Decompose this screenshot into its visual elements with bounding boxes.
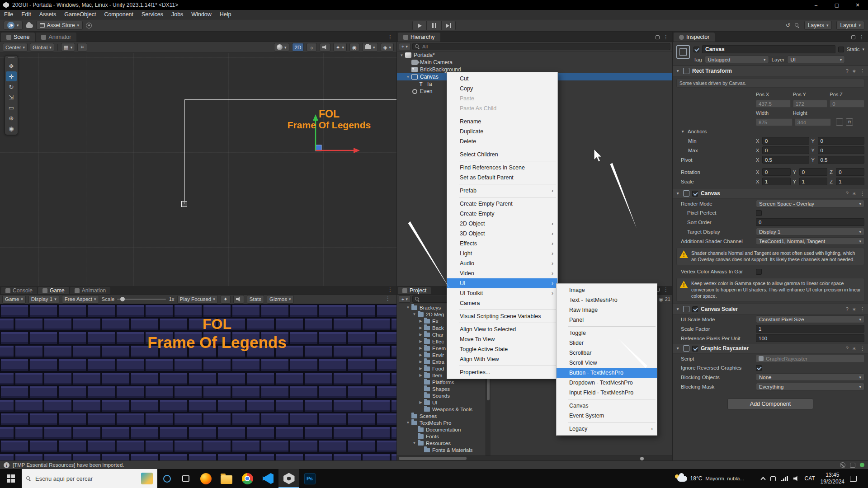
anchor-max-x-field[interactable]: 0 bbox=[762, 146, 809, 154]
blocking-mask-dropdown[interactable]: Everything▾ bbox=[756, 383, 864, 390]
context-menu-item[interactable]: Properties... bbox=[447, 367, 557, 377]
create-object-button[interactable]: +▾ bbox=[399, 43, 410, 50]
foldout-icon[interactable]: ▶ bbox=[418, 319, 424, 323]
posy-field[interactable]: 172 bbox=[793, 100, 828, 108]
submenu-item[interactable]: Legacy › bbox=[557, 424, 657, 434]
context-menu-item[interactable]: Cut bbox=[447, 74, 557, 84]
submenu-item[interactable]: Toggle bbox=[557, 328, 657, 338]
project-folder[interactable]: ▼ Resources bbox=[397, 440, 486, 446]
custom-tool-button[interactable]: ◉ bbox=[6, 123, 17, 133]
static-checkbox[interactable] bbox=[838, 47, 844, 52]
width-field[interactable]: 875 bbox=[756, 118, 793, 126]
console-icon[interactable] bbox=[850, 463, 855, 468]
foldout-icon[interactable]: ▶ bbox=[418, 366, 424, 371]
preset-icon[interactable]: ∗ bbox=[852, 191, 856, 197]
action-center-icon[interactable] bbox=[850, 476, 857, 482]
play-focused-dropdown[interactable]: Play Focused▾ bbox=[177, 295, 218, 304]
render-mode-dropdown[interactable]: Screen Space - Overlay▾ bbox=[756, 200, 864, 207]
context-menu-item[interactable]: Align View to Selected bbox=[447, 324, 557, 334]
add-component-button[interactable]: Add Component bbox=[727, 399, 813, 409]
tab[interactable]: Animator bbox=[36, 33, 76, 42]
scene-audio-button[interactable] bbox=[320, 43, 330, 52]
context-menu-item[interactable]: Audio › bbox=[447, 258, 557, 268]
language-indicator[interactable]: CAT bbox=[805, 475, 815, 482]
menu-item[interactable]: GameObject bbox=[60, 10, 100, 19]
more-icon[interactable]: ⋮ bbox=[387, 34, 393, 40]
more-icon[interactable]: ⋮ bbox=[385, 296, 391, 302]
game-view-dropdown[interactable]: Game▾ bbox=[2, 295, 26, 304]
pause-button[interactable] bbox=[427, 21, 441, 30]
more-icon[interactable]: ⋮ bbox=[663, 34, 669, 40]
status-message[interactable]: [TMP Essential Resources] have been impo… bbox=[13, 462, 124, 468]
submenu-item[interactable]: Scroll View bbox=[557, 358, 657, 368]
help-icon[interactable]: ? bbox=[846, 68, 849, 74]
submenu-item[interactable]: Button - TextMeshPro bbox=[557, 368, 657, 378]
canvas-corner-handle[interactable] bbox=[181, 201, 187, 207]
submenu-item[interactable]: Slider bbox=[557, 338, 657, 348]
foldout-icon[interactable]: ▼ bbox=[405, 75, 411, 79]
foldout-icon[interactable]: ▼ bbox=[411, 441, 417, 445]
context-menu-item[interactable]: UI Toolkit › bbox=[447, 288, 557, 298]
maximize-button[interactable]: ▢ bbox=[826, 0, 847, 10]
context-menu-item[interactable]: Paste bbox=[447, 94, 557, 103]
display-tray-icon[interactable] bbox=[770, 476, 776, 481]
scene-viewport[interactable]: ✥ ✛ ↻ ⇲ ▭ ⊕ ◉ FOL bbox=[0, 53, 396, 286]
asset-store-button[interactable]: Asset Store ▾ bbox=[36, 21, 83, 30]
tab-hierarchy[interactable]: Hierarchy bbox=[398, 33, 440, 42]
foldout-icon[interactable]: ▼ bbox=[405, 421, 411, 425]
stats-button[interactable]: Stats bbox=[247, 295, 264, 304]
rotation-y-field[interactable]: 0 bbox=[799, 168, 828, 176]
layout-dropdown[interactable]: Layout▾ bbox=[836, 21, 864, 30]
foldout-icon[interactable]: ▼ bbox=[681, 129, 685, 134]
submenu-item[interactable]: Image bbox=[557, 285, 657, 295]
foldout-icon[interactable]: ▶ bbox=[418, 373, 424, 377]
context-menu-item[interactable]: 2D Object › bbox=[447, 219, 557, 229]
taskbar-app-vscode[interactable] bbox=[258, 469, 278, 488]
shading-mode-dropdown[interactable]: ▾ bbox=[274, 43, 289, 52]
active-checkbox[interactable] bbox=[693, 47, 699, 52]
raw-edit-mode-button[interactable]: R bbox=[846, 118, 853, 126]
tab[interactable]: Animation bbox=[70, 287, 110, 294]
lock-icon[interactable] bbox=[656, 35, 660, 39]
taskbar-search-input[interactable] bbox=[35, 475, 137, 482]
taskbar-app-chrome[interactable] bbox=[237, 469, 258, 488]
project-folder[interactable]: Weapons & Tools bbox=[397, 406, 486, 413]
foldout-icon[interactable]: ▼ bbox=[399, 53, 405, 57]
component-enabled-checkbox[interactable] bbox=[692, 346, 698, 352]
task-view-button[interactable] bbox=[176, 469, 195, 488]
hierarchy-search[interactable] bbox=[412, 43, 670, 50]
scale-y-field[interactable]: 1 bbox=[799, 178, 828, 185]
help-icon[interactable]: ? bbox=[846, 306, 849, 312]
context-menu-item[interactable]: Video › bbox=[447, 268, 557, 278]
menu-item[interactable]: Component bbox=[100, 10, 137, 19]
target-icon[interactable] bbox=[86, 23, 92, 28]
scale-x-field[interactable]: 1 bbox=[762, 178, 791, 185]
shader-channels-dropdown[interactable]: TexCoord1, Normal, Tangent▾ bbox=[756, 237, 864, 245]
menu-item[interactable]: Help bbox=[216, 10, 236, 19]
scene-lighting-button[interactable]: ☼ bbox=[307, 43, 317, 52]
foldout-icon[interactable]: ▶ bbox=[418, 400, 424, 404]
submenu-item[interactable]: Text - TextMeshPro bbox=[557, 295, 657, 305]
context-menu-item[interactable]: Align With View bbox=[447, 354, 557, 364]
submenu-item[interactable]: Input Field - TextMeshPro bbox=[557, 388, 657, 398]
foldout-icon[interactable]: ▼ bbox=[411, 312, 417, 316]
more-icon[interactable]: ⋮ bbox=[859, 34, 864, 40]
submenu-item[interactable]: Event System bbox=[557, 411, 657, 421]
taskbar-app-browser[interactable] bbox=[195, 469, 216, 488]
foldout-icon[interactable]: ▼ bbox=[676, 191, 680, 196]
context-menu-item[interactable]: 3D Object › bbox=[447, 229, 557, 239]
play-button[interactable] bbox=[412, 21, 427, 30]
more-icon[interactable]: ⋮ bbox=[860, 346, 865, 352]
anchor-min-x-field[interactable]: 0 bbox=[762, 137, 809, 145]
menu-item[interactable]: Assets bbox=[35, 10, 61, 19]
preset-icon[interactable]: ∗ bbox=[852, 306, 856, 312]
ignore-reversed-checkbox[interactable] bbox=[756, 365, 762, 371]
context-menu-item[interactable]: Toggle Active State bbox=[447, 344, 557, 354]
more-icon[interactable]: ⋮ bbox=[860, 68, 865, 74]
foldout-icon[interactable]: ▼ bbox=[676, 69, 680, 73]
scene-visibility-button[interactable]: ◉ bbox=[349, 43, 359, 52]
context-menu-item[interactable]: Create Empty Parent bbox=[447, 199, 557, 209]
hidden-packages-count[interactable]: ◉ 21 bbox=[659, 296, 670, 302]
foldout-icon[interactable]: ▶ bbox=[418, 339, 424, 343]
hand-tool-button[interactable]: ✥ bbox=[6, 61, 17, 71]
